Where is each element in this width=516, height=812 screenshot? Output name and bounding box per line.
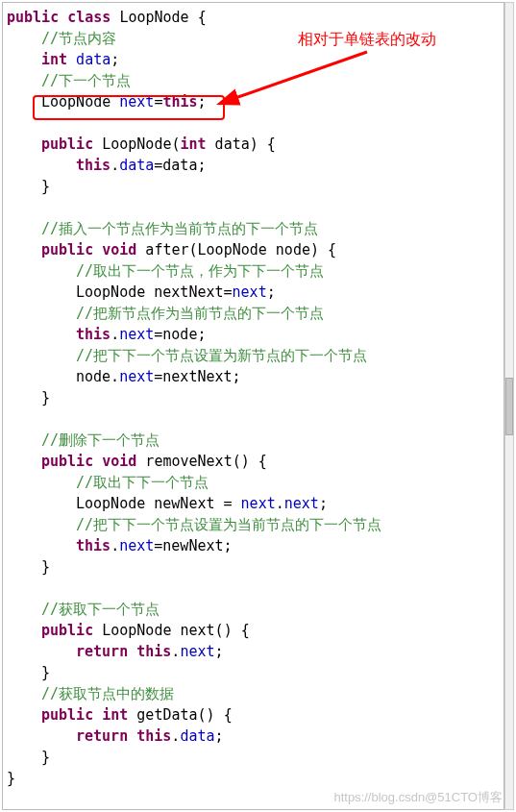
- code-line: public LoopNode next() {: [7, 620, 500, 641]
- code-line: //把下下一个节点设置为当前节点的下一个节点: [7, 514, 500, 535]
- annotation-label: 相对于单链表的改动: [298, 29, 436, 50]
- code-line: return this.next;: [7, 641, 500, 662]
- code-line: //删除下一个节点: [7, 430, 500, 451]
- code-line: LoopNode newNext = next.next;: [7, 493, 500, 514]
- blank-line: [7, 578, 500, 599]
- blank-line: [7, 408, 500, 430]
- code-line: public void after(LoopNode node) {: [7, 239, 500, 260]
- code-line: //把下下一个节点设置为新节点的下一个节点: [7, 345, 500, 366]
- code-line: //插入一个节点作为当前节点的下一个节点: [7, 218, 500, 239]
- code-line: }: [7, 768, 500, 789]
- code-line: //把新节点作为当前节点的下一个节点: [7, 303, 500, 324]
- code-line: }: [7, 387, 500, 408]
- code-body: public class LoopNode { //节点内容 int data;…: [3, 3, 504, 793]
- code-line: public void removeNext() {: [7, 451, 500, 472]
- code-line: this.next=node;: [7, 324, 500, 345]
- code-line: //下一个节点: [7, 70, 500, 91]
- code-line: }: [7, 662, 500, 683]
- code-line: int data;: [7, 49, 500, 70]
- code-line: this.data=data;: [7, 155, 500, 176]
- code-line: //获取下一个节点: [7, 599, 500, 620]
- code-line: LoopNode nextNext=next;: [7, 282, 500, 303]
- scrollbar-thumb[interactable]: [505, 378, 513, 435]
- blank-line: [7, 197, 500, 218]
- code-line: //取出下一个节点，作为下下一个节点: [7, 260, 500, 282]
- code-line: }: [7, 747, 500, 768]
- code-line: public int getData() {: [7, 704, 500, 726]
- code-line: node.next=nextNext;: [7, 366, 500, 387]
- code-line: this.next=newNext;: [7, 535, 500, 556]
- code-line: //获取节点中的数据: [7, 683, 500, 704]
- code-line: }: [7, 556, 500, 578]
- code-line: public LoopNode(int data) {: [7, 134, 500, 155]
- code-line: //取出下下一个节点: [7, 472, 500, 493]
- scrollbar-track[interactable]: [504, 2, 514, 810]
- code-editor-panel: public class LoopNode { //节点内容 int data;…: [2, 2, 504, 810]
- highlight-box: [33, 95, 225, 120]
- code-line: public class LoopNode {: [7, 7, 500, 28]
- code-line: return this.data;: [7, 726, 500, 747]
- code-line: }: [7, 176, 500, 197]
